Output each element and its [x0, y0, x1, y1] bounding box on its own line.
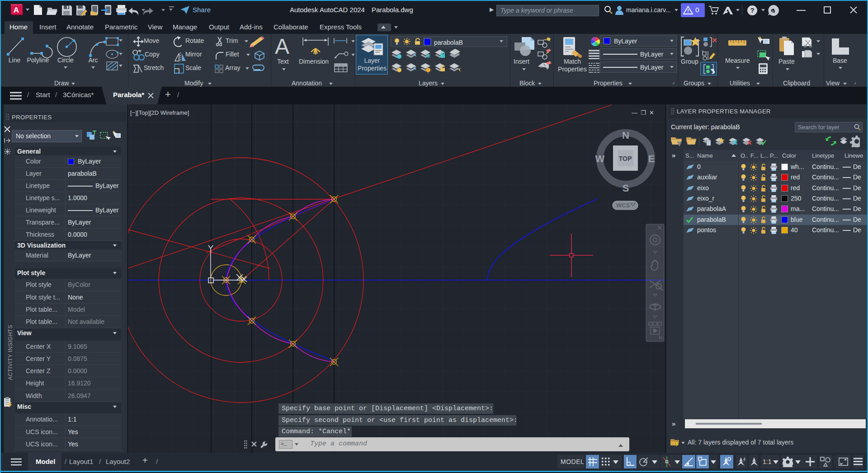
svg-text:E: E — [648, 153, 655, 164]
svg-text:TOP: TOP — [619, 155, 632, 162]
svg-text:N: N — [622, 130, 629, 141]
svg-text:A: A — [14, 6, 19, 14]
svg-text:?: ? — [750, 6, 754, 14]
svg-text:WCS: WCS — [616, 202, 630, 209]
svg-text:W: W — [595, 153, 605, 164]
svg-text:S: S — [623, 183, 629, 194]
